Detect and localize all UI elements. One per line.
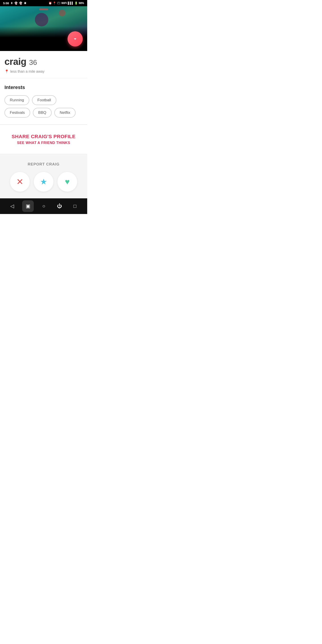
screen-icon: 🖥	[24, 2, 26, 5]
power-icon: ⏻	[57, 203, 62, 209]
profile-name: craig	[4, 56, 26, 67]
location-pin-icon: 📍	[4, 69, 9, 74]
star-icon: ★	[40, 177, 47, 186]
alarm-icon: ⏰	[48, 2, 52, 5]
location-text: less than a mile away	[10, 70, 44, 74]
status-left: 5:08 ⏸ 👻 👻 🖥	[3, 2, 26, 5]
black-bar	[0, 38, 87, 51]
interest-tag-bbq: BBQ	[33, 108, 52, 118]
recents-icon: ▣	[26, 203, 30, 209]
home-icon: ○	[42, 203, 45, 209]
battery-percent: 98%	[79, 2, 84, 5]
power-nav-button[interactable]: ⏻	[54, 200, 65, 212]
pause-icon: ⏸	[10, 2, 13, 5]
hero-decoration-3	[59, 10, 66, 16]
back-nav-button[interactable]: ◁	[7, 200, 18, 212]
interest-tag-football: Football	[32, 95, 56, 105]
share-title: SHARE CRAIG'S PROFILE	[4, 134, 83, 140]
back-icon: ◁	[10, 203, 14, 209]
report-section: REPORT CRAIG ✕ ★ ♥	[0, 154, 87, 198]
interest-tag-festivals: Festivals	[4, 108, 30, 118]
interests-title: Interests	[4, 84, 83, 90]
signal-icon: ▌▌▌	[68, 2, 74, 5]
interests-section: Interests Running Football Festivals BBQ…	[0, 78, 87, 124]
recents-nav-button[interactable]: ▣	[22, 200, 34, 212]
interest-tag-netflix: Netflix	[54, 108, 76, 118]
hero-decoration-1	[39, 8, 48, 10]
chevron-down-icon	[72, 36, 78, 42]
scroll-down-button[interactable]	[68, 31, 83, 46]
dislike-button[interactable]: ✕	[10, 172, 30, 192]
report-title: REPORT CRAIG	[4, 162, 83, 166]
status-right: ⏰ 📍 📳 WiFi ▌▌▌ 🔋 98%	[48, 2, 84, 5]
profile-location: 📍 less than a mile away	[4, 69, 83, 74]
interests-tags: Running Football Festivals BBQ Netflix	[4, 95, 83, 118]
nav-bar: ◁ ▣ ○ ⏻ □	[0, 198, 87, 214]
square-nav-button[interactable]: □	[69, 200, 80, 212]
profile-section: craig 36 📍 less than a mile away	[0, 51, 87, 78]
battery-icon: 🔋	[74, 2, 78, 5]
home-nav-button[interactable]: ○	[38, 200, 50, 212]
interest-tag-running: Running	[4, 95, 29, 105]
x-icon: ✕	[16, 177, 24, 187]
profile-name-row: craig 36	[4, 56, 83, 67]
heart-icon: ♥	[65, 177, 70, 186]
app-icon-1: 👻	[14, 2, 18, 5]
share-subtitle: SEE WHAT A FRIEND THINKS	[4, 141, 83, 145]
status-bar: 5:08 ⏸ 👻 👻 🖥 ⏰ 📍 📳 WiFi ▌▌▌ 🔋 98%	[0, 0, 87, 6]
location-status-icon: 📍	[53, 2, 56, 5]
like-button[interactable]: ♥	[58, 172, 77, 192]
hero-decoration-2	[35, 13, 48, 26]
status-time: 5:08	[3, 2, 9, 5]
app-icon-2: 👻	[19, 2, 22, 5]
profile-age: 36	[29, 58, 37, 67]
square-icon: □	[74, 203, 76, 209]
superlike-button[interactable]: ★	[34, 172, 54, 192]
vibrate-icon: 📳	[57, 2, 60, 5]
share-section[interactable]: SHARE CRAIG'S PROFILE SEE WHAT A FRIEND …	[0, 124, 87, 154]
action-buttons: ✕ ★ ♥	[4, 172, 83, 192]
wifi-icon: WiFi	[61, 2, 67, 5]
